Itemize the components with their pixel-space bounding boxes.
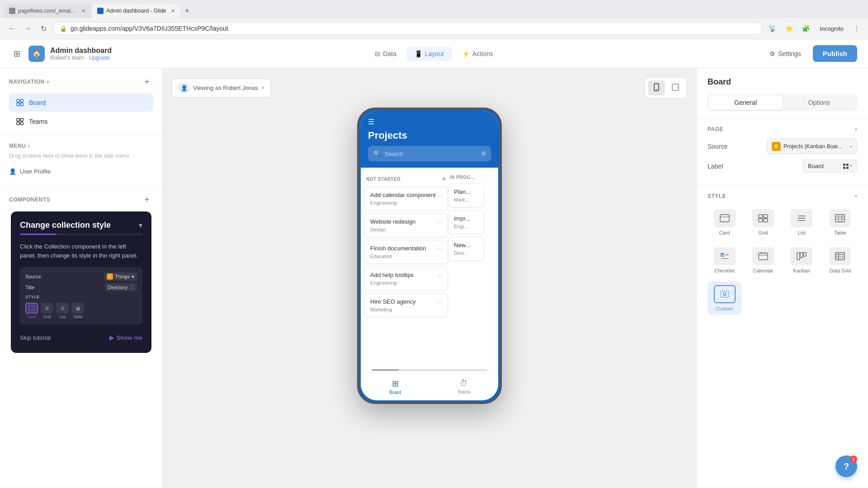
column-add-icon[interactable]: +: [442, 175, 446, 183]
phone-menu-icon[interactable]: ☰: [368, 117, 491, 126]
preview-style-card[interactable]: Card: [25, 303, 38, 319]
nav-data[interactable]: ⊟ Data: [367, 47, 405, 61]
preview-title-chevron: ⋮: [129, 284, 134, 290]
style-card[interactable]: Card: [708, 206, 741, 239]
skip-tutorial-button[interactable]: Skip tutorial: [20, 332, 51, 344]
help-button[interactable]: ? 1: [835, 455, 857, 477]
kanban-card-8[interactable]: New... Desi...: [448, 237, 484, 261]
tutorial-title: Change collection style: [20, 221, 111, 230]
nav-layout[interactable]: 📱 Layout: [406, 47, 452, 61]
more-button[interactable]: ⋮: [851, 23, 863, 34]
user-profile-item[interactable]: 👤 User Profile: [9, 164, 153, 178]
back-button[interactable]: ←: [5, 23, 18, 34]
mobile-device-button[interactable]: [648, 80, 665, 95]
preview-title-value: Directory: [108, 285, 127, 290]
help-badge: 1: [850, 455, 857, 463]
card4-menu-icon[interactable]: ···: [437, 272, 442, 279]
tablet-device-button[interactable]: [667, 80, 684, 95]
card2-menu-icon[interactable]: ···: [437, 218, 442, 225]
kanban-card-1[interactable]: Add calendar component Engineering ···: [364, 187, 448, 211]
card2-title: Website redesign: [370, 218, 415, 225]
kanban-board: NOT STARTED + Add calendar component Eng…: [361, 168, 498, 367]
tab1-close[interactable]: ✕: [81, 8, 85, 14]
label-select[interactable]: Board ▾: [803, 160, 857, 173]
publish-button[interactable]: Publish: [813, 45, 857, 62]
incognito-button[interactable]: Incognito: [816, 23, 847, 34]
kanban-card-2[interactable]: Website redesign Design ···: [364, 213, 448, 237]
svg-rect-38: [797, 253, 800, 260]
navigation-title[interactable]: NAVIGATION ▾: [9, 79, 49, 85]
preview-style-list[interactable]: ☰ List: [56, 303, 69, 319]
svg-point-12: [677, 87, 678, 88]
teams-nav-label: Teams: [457, 389, 470, 394]
card1-menu-icon[interactable]: ···: [437, 192, 442, 199]
browser-tab-1[interactable]: pageflows.com/_emails/_/7fb5d ✕: [4, 4, 91, 18]
settings-button[interactable]: ⚙ Settings: [763, 47, 807, 61]
preview-style-grid-item[interactable]: ⊞ Grid: [41, 303, 53, 319]
style-section-collapse-icon[interactable]: ▾: [855, 194, 857, 199]
kanban-card-4[interactable]: Add help tooltips Engineering ···: [364, 267, 448, 291]
style-grid-item[interactable]: Grid: [746, 206, 780, 239]
kanban-card-7[interactable]: Impr... Engi...: [448, 210, 484, 234]
svg-rect-16: [846, 167, 849, 169]
phone-nav-board[interactable]: ⊞ Board: [361, 377, 429, 397]
kanban-card-3[interactable]: Finish documentation Education ···: [364, 240, 448, 264]
tab-options[interactable]: Options: [783, 95, 856, 110]
add-component-button[interactable]: +: [141, 193, 153, 206]
upgrade-link[interactable]: Upgrade: [89, 55, 110, 61]
style-datagrid[interactable]: Data Grid: [823, 244, 857, 277]
style-calendar[interactable]: Calendar: [746, 244, 780, 277]
card7-title: Impr...: [454, 215, 478, 222]
phone-filter-icon[interactable]: ≡: [481, 150, 486, 158]
card5-tag: Marketing: [370, 307, 415, 312]
style-custom[interactable]: Custom: [708, 282, 741, 315]
card7-tag: Engi...: [454, 224, 478, 229]
nav-actions[interactable]: ⚡ Actions: [454, 47, 501, 61]
card4-tag: Engineering: [370, 280, 414, 286]
style-checklist[interactable]: Checklist: [708, 244, 741, 277]
grid-apps-button[interactable]: ⊞: [11, 47, 23, 61]
tab-general[interactable]: General: [709, 95, 783, 110]
add-nav-item-button[interactable]: +: [141, 75, 153, 88]
preview-source-select[interactable]: T Things ▾: [104, 272, 137, 281]
address-bar[interactable]: 🔒 go.glideapps.com/app/V3V6a7DIU355ETHcx…: [53, 22, 762, 35]
card3-header: Finish documentation Education ···: [370, 245, 442, 259]
card3-menu-icon[interactable]: ···: [437, 245, 442, 252]
source-select[interactable]: K Projects (Kanban Boar... ▾: [767, 139, 857, 154]
app-icon-letter: 🏠: [32, 49, 41, 58]
cast-button[interactable]: 📡: [766, 23, 779, 34]
tab2-close[interactable]: ✕: [171, 8, 175, 14]
viewing-as-selector[interactable]: 👤 Viewing as Robert Jonas ▾: [172, 79, 271, 98]
show-me-button[interactable]: ▶ Show me: [109, 334, 142, 341]
svg-rect-40: [803, 253, 806, 256]
card-style-icon: [714, 209, 736, 227]
teams-nav-icon: ⏱: [460, 379, 468, 388]
phone-search-input[interactable]: [385, 150, 478, 157]
sidebar-item-teams[interactable]: Teams: [9, 113, 153, 131]
forward-button[interactable]: →: [22, 23, 34, 34]
incognito-label: Incognito: [820, 25, 844, 32]
kanban-card-5[interactable]: Hire SEO agency Marketing ···: [364, 293, 448, 317]
extensions-button[interactable]: 🧩: [799, 23, 812, 34]
style-list[interactable]: List: [785, 206, 819, 239]
browser-tab-2[interactable]: Admin dashboard - Glide ✕: [92, 4, 180, 18]
user-icon: 👤: [9, 168, 16, 175]
kanban-card-6[interactable]: Plan... Mark...: [448, 183, 484, 207]
reload-button[interactable]: ↻: [38, 23, 49, 35]
tutorial-chevron-icon[interactable]: ▾: [139, 221, 142, 230]
preview-title-select[interactable]: Directory ⋮: [105, 283, 137, 291]
tutorial-header: Change collection style ▾: [20, 221, 142, 230]
style-kanban[interactable]: Kanban: [785, 244, 819, 277]
tutorial-footer: Skip tutorial ▶ Show me: [20, 332, 142, 344]
svg-rect-21: [759, 219, 763, 222]
phone-nav-teams[interactable]: ⏱ Teams: [429, 377, 498, 397]
label-value: Board: [808, 163, 824, 169]
page-section-collapse-icon[interactable]: ▾: [855, 127, 857, 132]
card8-tag: Desi...: [454, 250, 478, 256]
sidebar-item-board[interactable]: Board: [9, 94, 153, 112]
card5-menu-icon[interactable]: ···: [437, 298, 442, 305]
new-tab-button[interactable]: +: [181, 6, 193, 16]
bookmark-button[interactable]: ⭐: [783, 23, 796, 34]
style-table[interactable]: Table: [823, 206, 857, 239]
preview-style-table[interactable]: ▦ Table: [71, 303, 84, 319]
